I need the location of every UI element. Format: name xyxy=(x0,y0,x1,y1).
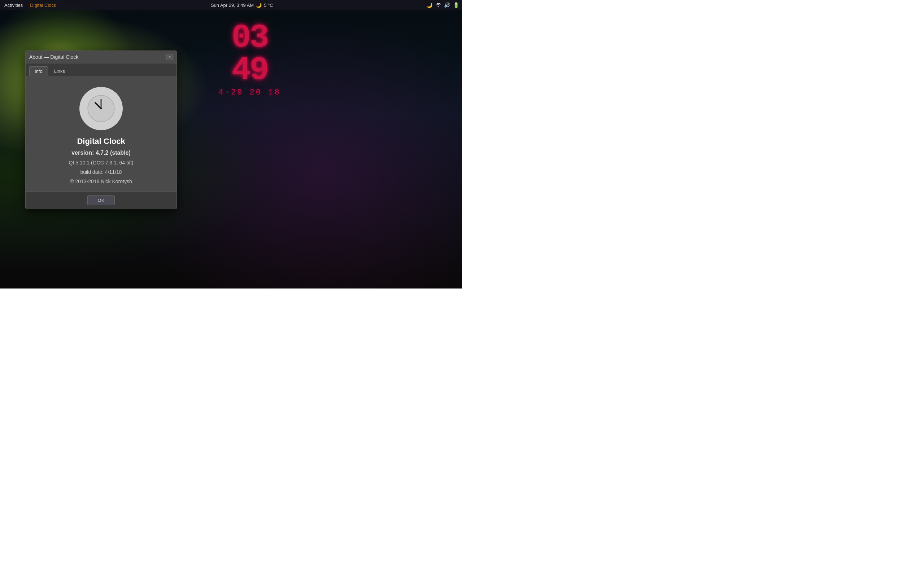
app-version: version: 4.7.2 (stable) xyxy=(71,150,131,156)
tab-bar: Info Links xyxy=(26,63,176,76)
about-dialog: About — Digital Clock × Info Links xyxy=(25,50,177,209)
temperature-display: 5 °C xyxy=(264,3,273,8)
app-build-date: build date: 4/11/18 xyxy=(80,169,122,175)
volume-icon[interactable]: 🔊 xyxy=(444,2,450,8)
svg-point-3 xyxy=(100,108,102,110)
dialog-titlebar: About — Digital Clock × xyxy=(26,51,176,63)
dialog-content: Digital Clock version: 4.7.2 (stable) Qt… xyxy=(26,76,176,192)
dialog-title: About — Digital Clock xyxy=(29,54,78,60)
activities-button[interactable]: Activities xyxy=(3,3,24,8)
moon-status-icon[interactable]: 🌙 xyxy=(426,2,432,8)
clock-icon-svg xyxy=(87,94,115,123)
clock-minutes: 49 xyxy=(232,54,268,87)
topbar-center: Sun Apr 29, 3:49 AM 🌙 5 °C xyxy=(58,3,426,8)
wifi-icon[interactable] xyxy=(435,2,441,8)
desktop: Activities Digital Clock Sun Apr 29, 3:4… xyxy=(0,0,462,288)
clock-hours: 03 xyxy=(232,22,268,54)
clock-date: 4·29 20 18 xyxy=(219,88,281,97)
app-icon xyxy=(79,87,123,130)
app-menu[interactable]: Digital Clock xyxy=(29,3,57,8)
tab-links[interactable]: Links xyxy=(49,66,70,76)
tab-info[interactable]: Info xyxy=(29,66,48,76)
dialog-footer: OK xyxy=(26,192,176,209)
topbar-right: 🌙 🔊 🔋 xyxy=(426,2,459,8)
ok-button[interactable]: OK xyxy=(87,195,115,205)
datetime-display: Sun Apr 29, 3:49 AM xyxy=(211,3,254,8)
app-name: Digital Clock xyxy=(77,137,125,146)
clock-digits: 03 49 xyxy=(219,22,281,87)
desktop-clock-widget: 03 49 4·29 20 18 xyxy=(219,22,281,97)
topbar-left: Activities Digital Clock xyxy=(3,3,58,8)
battery-icon[interactable]: 🔋 xyxy=(453,2,459,8)
topbar: Activities Digital Clock Sun Apr 29, 3:4… xyxy=(0,0,462,10)
app-build-info: Qt 5.10.1 (GCC 7.3.1, 64 bit) xyxy=(69,160,134,166)
app-copyright: © 2013-2018 Nick Korotysh xyxy=(70,179,132,184)
moon-icon: 🌙 xyxy=(256,3,262,8)
dialog-close-button[interactable]: × xyxy=(166,54,173,60)
